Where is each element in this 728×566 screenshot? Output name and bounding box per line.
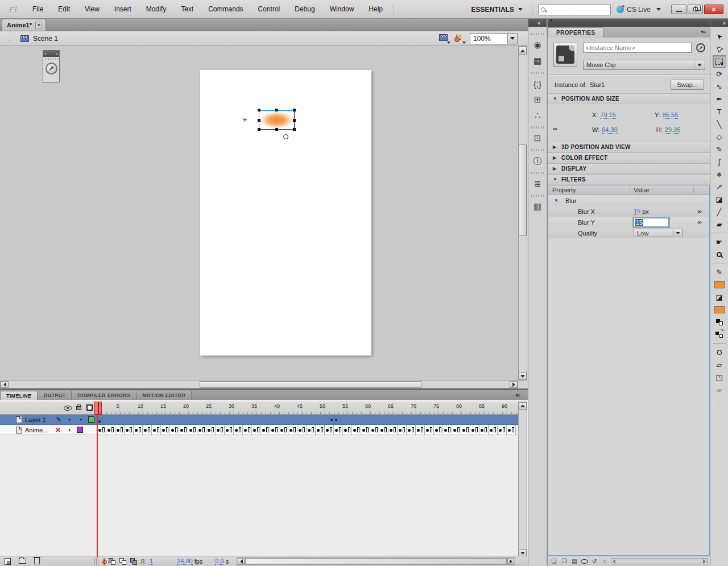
- constrain-link-icon[interactable]: ∞: [553, 125, 557, 132]
- keyframe-span[interactable]: [470, 425, 479, 435]
- menu-control[interactable]: Control: [251, 0, 288, 18]
- info-panel-icon[interactable]: ⓘ: [529, 153, 546, 169]
- collapse-tools-icon[interactable]: »: [722, 20, 726, 26]
- keyframe-span[interactable]: [161, 425, 170, 435]
- transform-center-point[interactable]: [283, 134, 288, 139]
- keyframe-span[interactable]: [316, 425, 325, 435]
- keyframe-span[interactable]: [115, 425, 125, 435]
- keyframe-span[interactable]: [361, 425, 370, 435]
- anime-layer-lock-dot[interactable]: •: [64, 427, 75, 433]
- keyframe-span[interactable]: [388, 425, 398, 435]
- keyframe-span[interactable]: [352, 425, 361, 435]
- keyframe-span[interactable]: [252, 425, 261, 435]
- transform-handle-e[interactable]: [293, 119, 296, 122]
- keyframe-span[interactable]: [443, 425, 452, 435]
- w-value[interactable]: 64.30: [602, 126, 618, 134]
- stage-vertical-scrollbar[interactable]: [518, 46, 527, 381]
- keyframe-span[interactable]: [143, 425, 152, 435]
- lock-all-layers-icon[interactable]: [76, 406, 81, 410]
- motion-presets-panel-icon[interactable]: ∴: [529, 108, 546, 123]
- show-hide-all-layers-eye-icon[interactable]: [64, 406, 72, 411]
- layer-row-layer1[interactable]: Layer 1 ✎ • •: [0, 415, 518, 425]
- menu-debug[interactable]: Debug: [287, 0, 322, 18]
- keyframe-span[interactable]: [379, 425, 388, 435]
- snap-to-objects-option[interactable]: Ω: [713, 346, 726, 358]
- mini-panel-arrow-button[interactable]: ↗: [46, 63, 57, 75]
- clipboard-icon[interactable]: ▤: [570, 558, 578, 564]
- document-tab-close-icon[interactable]: ×: [35, 22, 42, 28]
- keyframe-span[interactable]: [407, 425, 416, 435]
- keyframe-span[interactable]: [434, 425, 443, 435]
- enable-filter-eye-icon[interactable]: [581, 559, 588, 564]
- timeline-vertical-scrollbar[interactable]: [518, 402, 527, 557]
- h-value[interactable]: 29.35: [665, 126, 681, 134]
- keyframe-span[interactable]: [398, 425, 407, 435]
- outline-all-layers-icon[interactable]: [86, 404, 93, 411]
- keyframe-span[interactable]: [170, 425, 179, 435]
- paint-bucket-tool[interactable]: ◪: [713, 193, 726, 205]
- minimize-button[interactable]: [671, 5, 686, 14]
- back-arrow-icon[interactable]: ←: [7, 34, 15, 43]
- timeline-body[interactable]: [0, 435, 518, 557]
- keyframe-span[interactable]: [489, 425, 498, 435]
- collapse-dock-icon[interactable]: «: [537, 20, 541, 26]
- keyframe-span[interactable]: [125, 425, 134, 435]
- keyframe-span[interactable]: [270, 425, 279, 435]
- scroll-up-button[interactable]: [519, 47, 527, 55]
- reset-filter-icon[interactable]: ↺: [590, 558, 598, 564]
- workspace-switcher[interactable]: ESSENTIALS: [468, 4, 526, 15]
- mini-panel-expand-icon[interactable]: »: [44, 52, 47, 56]
- pencil-tool[interactable]: ✎: [713, 143, 726, 155]
- keyframe-span[interactable]: [152, 425, 161, 435]
- link-icon[interactable]: ∞: [694, 219, 705, 225]
- mini-panel-titlebar[interactable]: » ×: [43, 51, 59, 57]
- keyframe-span[interactable]: [97, 425, 106, 435]
- keyframe-span[interactable]: [106, 425, 115, 435]
- blur-y-input[interactable]: 15: [634, 218, 669, 227]
- scroll-left-button[interactable]: [1, 381, 9, 388]
- keyframe-span[interactable]: [288, 425, 297, 435]
- mini-panel-close-icon[interactable]: ×: [56, 52, 58, 56]
- tab-output[interactable]: OUTPUT: [38, 391, 72, 400]
- frame-rate-value[interactable]: 24.00: [177, 557, 193, 565]
- tab-timeline[interactable]: TIMELINE: [0, 391, 38, 400]
- swap-colors-control[interactable]: [713, 328, 726, 341]
- hand-tool[interactable]: ☛: [713, 236, 726, 248]
- scroll-right-button[interactable]: [510, 381, 518, 388]
- tab-properties[interactable]: PROPERTIES: [548, 27, 603, 38]
- layer1-lock-dot[interactable]: •: [75, 417, 86, 423]
- layer-hidden-x-icon[interactable]: ✕: [52, 426, 64, 434]
- x-value[interactable]: 79.15: [600, 111, 616, 119]
- keyframe-span[interactable]: [234, 425, 243, 435]
- transform-panel-icon[interactable]: ⊡: [529, 130, 546, 146]
- panel-menu-icon[interactable]: ▾≡: [701, 29, 705, 35]
- free-transform-tool[interactable]: [713, 55, 726, 68]
- edit-scene-button[interactable]: [439, 34, 449, 43]
- playhead[interactable]: [94, 402, 102, 415]
- new-folder-button[interactable]: [19, 559, 26, 564]
- edit-multiple-frames-button[interactable]: [130, 558, 137, 565]
- scroll-up-button[interactable]: [519, 402, 527, 410]
- keyframe-span[interactable]: [325, 425, 334, 435]
- horizontal-scroll-thumb[interactable]: [200, 381, 421, 388]
- anime-layer-frames[interactable]: [97, 425, 518, 435]
- selected-movie-clip[interactable]: [259, 110, 295, 130]
- transform-handle-se[interactable]: [293, 128, 296, 131]
- line-tool[interactable]: ╲: [713, 118, 726, 130]
- menu-file[interactable]: File: [25, 0, 51, 18]
- cs-live-button[interactable]: CS Live: [617, 6, 651, 14]
- deco-tool[interactable]: ∗: [713, 168, 726, 180]
- section-3d-position-and-view[interactable]: ▶ 3D POSITION AND VIEW: [548, 142, 710, 152]
- presets-icon[interactable]: ❐: [560, 558, 568, 564]
- rotate-skew-option[interactable]: ▱: [713, 358, 726, 371]
- new-layer-button[interactable]: [5, 558, 11, 565]
- menu-insert[interactable]: Insert: [107, 0, 139, 18]
- fill-color-icon[interactable]: ◪: [713, 291, 726, 303]
- bone-tool[interactable]: ⊸: [713, 180, 726, 193]
- text-tool[interactable]: T: [713, 105, 726, 118]
- instance-name-input[interactable]: [583, 43, 692, 53]
- quality-dropdown[interactable]: Low: [634, 229, 682, 237]
- black-white-control[interactable]: [713, 316, 726, 328]
- keyframe-span[interactable]: [297, 425, 307, 435]
- zoom-level-combobox[interactable]: 100%: [470, 33, 518, 44]
